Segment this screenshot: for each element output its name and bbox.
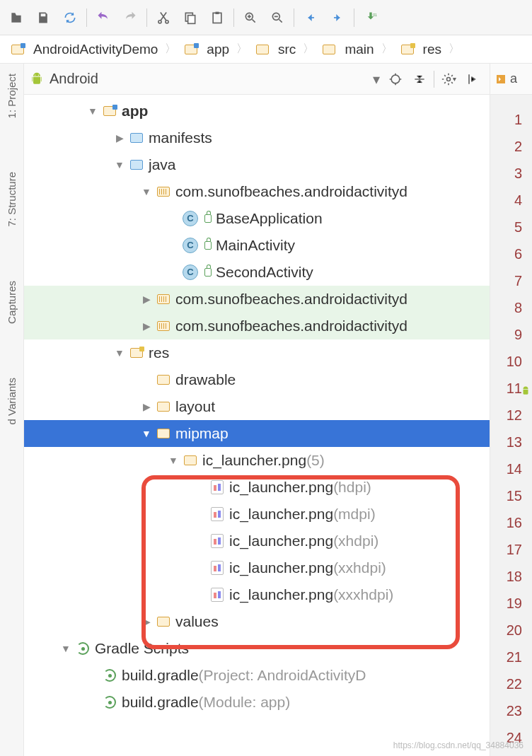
tree-row[interactable]: CBaseApplication [24,205,490,232]
tree-icon [129,130,144,146]
tree-label: layout [175,393,215,420]
line-number: 11 [507,375,522,402]
forward-icon[interactable] [325,6,349,30]
tree-row[interactable]: ▶manifests [24,124,490,151]
svg-point-10 [38,74,39,75]
zoom-in-icon[interactable] [238,6,262,30]
line-number: 6 [507,240,522,267]
chevron-right-icon: 〉 [165,42,176,57]
save-icon[interactable] [31,6,55,30]
editor-tab[interactable]: a [490,64,532,95]
line-number: 23 [507,697,522,724]
tree-row[interactable]: ▼app [24,98,490,124]
tree-row[interactable]: build.gradle (Project: AndroidActivityD [24,662,490,689]
tree-icon [156,291,171,307]
copy-icon[interactable] [178,6,202,30]
separator [146,8,147,27]
line-number: 17 [507,536,522,563]
tree-row[interactable]: ▼res [24,339,490,366]
expand-arrow-icon[interactable]: ▼ [113,151,126,178]
tree-icon: C [183,211,198,226]
crumb-label: AndroidActivityDemo [33,42,158,57]
tree-row[interactable]: CMainActivity [24,232,490,259]
view-selector[interactable]: Android ▾ [30,71,380,88]
line-number: 7 [507,267,522,294]
tree-icon [156,399,171,414]
tree-icon: C [183,238,198,253]
side-tab-structure[interactable]: 7: Structure [6,166,18,233]
side-tab-captures[interactable]: Captures [6,275,18,330]
expand-arrow-icon[interactable]: ▼ [86,98,99,124]
tree-label: app [122,98,148,124]
tree-row[interactable]: ▶com.sunofbeaches.androidactivityd [24,313,490,339]
tree-row[interactable]: ▼java [24,151,490,178]
zoom-out-icon[interactable] [265,6,289,30]
tree-row[interactable]: drawable [24,366,490,393]
expand-arrow-icon[interactable]: ▶ [140,393,153,420]
undo-icon[interactable] [91,6,115,30]
tree-row[interactable]: ▼mipmap [24,420,490,447]
expand-arrow-icon[interactable]: ▶ [140,313,153,339]
line-number: 15 [507,482,522,509]
crumb-main[interactable]: main [317,40,378,59]
tree-row[interactable]: ▼ic_launcher.png (5) [24,447,490,474]
crumb-res[interactable]: res [395,40,446,59]
crumb-src[interactable]: src [250,40,300,59]
tree-row[interactable]: build.gradle (Module: app) [24,689,490,716]
expand-arrow-icon[interactable]: ▼ [140,420,153,447]
tree-suffix: (5) [306,447,325,474]
expand-arrow-icon[interactable]: ▶ [140,286,153,313]
side-tab-project[interactable]: 1: Project [6,68,18,124]
open-icon[interactable] [4,6,28,30]
gear-icon[interactable]: ▾ [437,68,460,91]
tree-suffix: (Project: AndroidActivityD [199,662,366,689]
tree-row[interactable]: ▶com.sunofbeaches.androidactivityd [24,286,490,313]
crumb-app[interactable]: app [179,40,233,59]
line-number: 25 [507,751,522,756]
line-number: 1 [507,106,522,133]
svg-rect-4 [213,13,221,23]
tree-label: manifests [149,124,212,151]
line-number: 9 [507,321,522,348]
chevron-right-icon: 〉 [303,42,314,57]
expand-arrow-icon[interactable]: ▼ [167,447,180,474]
back-icon[interactable] [299,6,323,30]
expand-arrow-icon[interactable]: ▼ [113,339,126,366]
side-tab-variants[interactable]: d Variants [6,372,18,430]
expand-arrow-icon[interactable]: ▼ [59,635,72,662]
line-number: 16 [507,509,522,536]
download-icon[interactable]: 01 [359,6,383,30]
tree-icon [129,157,144,173]
tree-label: mipmap [175,420,229,447]
tree-label: MainActivity [216,232,295,259]
chevron-right-icon: 〉 [449,42,460,57]
separator [233,8,234,27]
tree-row[interactable]: CSecondActivity [24,259,490,286]
svg-text:01: 01 [373,13,377,17]
tree-row[interactable]: ▼com.sunofbeaches.androidactivityd [24,178,490,205]
tree-label: BaseApplication [216,205,323,232]
line-number: 22 [507,670,522,697]
sync-icon[interactable] [58,6,82,30]
redo-icon[interactable] [118,6,142,30]
view-selector-label: Android [50,71,98,87]
tree-row[interactable]: ▶layout [24,393,490,420]
tree-label: com.sunofbeaches.androidactivityd [175,286,407,313]
chevron-right-icon: 〉 [381,42,393,57]
tree-icon [102,694,117,710]
paste-icon[interactable] [205,6,229,30]
target-icon[interactable] [384,68,407,91]
line-number: 10 [507,348,522,375]
project-tree[interactable]: ▼app▶manifests▼java▼com.sunofbeaches.and… [24,95,490,756]
expand-arrow-icon[interactable]: ▼ [140,178,153,205]
line-number: 5 [507,214,522,240]
hide-icon[interactable] [461,68,484,91]
cut-icon[interactable] [151,6,175,30]
expand-arrow-icon[interactable]: ▶ [113,124,126,151]
gutter-mark-android-icon [521,383,531,393]
separator [434,71,434,88]
collapse-icon[interactable] [408,68,431,91]
crumb-project[interactable]: AndroidActivityDemo [6,40,162,59]
tree-label: build.gradle [122,662,199,689]
breadcrumb: AndroidActivityDemo 〉 app 〉 src 〉 main 〉… [0,35,532,64]
